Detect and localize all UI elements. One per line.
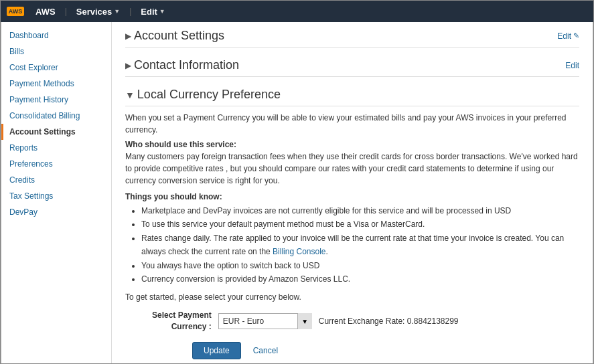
- sidebar-item-payment-history[interactable]: Payment History: [1, 92, 111, 108]
- update-button[interactable]: Update: [192, 342, 241, 359]
- services-label: Services: [76, 7, 113, 17]
- aws-logo-box: AWS: [7, 7, 25, 16]
- account-settings-section: ▶ Account Settings Edit ✎: [125, 29, 579, 48]
- account-settings-title: ▶ Account Settings: [125, 29, 224, 43]
- nav-separator2: |: [129, 7, 131, 16]
- sidebar-item-devpay[interactable]: DevPay: [1, 204, 111, 220]
- currency-arrow-icon: ▼: [125, 90, 135, 100]
- account-settings-edit-link[interactable]: Edit ✎: [557, 31, 579, 41]
- account-settings-arrow-icon: ▶: [125, 31, 131, 41]
- who-body-text: Many customers pay foreign transaction f…: [125, 151, 579, 187]
- account-settings-title-text: Account Settings: [134, 29, 224, 43]
- form-label-line2: Currency :: [152, 321, 212, 333]
- local-currency-title-text: Local Currency Preference: [137, 88, 281, 102]
- bullet-item-3: You always have the option to switch bac…: [141, 259, 579, 272]
- bullet-2-text1: Rates change daily. The rate applied to …: [141, 234, 564, 256]
- cancel-button[interactable]: Cancel: [248, 342, 283, 359]
- billing-console-link[interactable]: Billing Console: [273, 247, 325, 256]
- currency-select[interactable]: USD - US Dollar EUR - Euro GBP - British…: [218, 313, 312, 329]
- local-currency-section: ▼ Local Currency Preference When you set…: [125, 88, 579, 359]
- main-content: ▶ Account Settings Edit ✎ ▶ Contact Info…: [112, 22, 593, 364]
- bullet-2-text2: .: [326, 247, 328, 256]
- services-chevron-icon: ▼: [114, 8, 120, 15]
- contact-arrow-icon: ▶: [125, 61, 131, 70]
- account-settings-edit-label: Edit: [557, 31, 571, 41]
- local-currency-title: ▼ Local Currency Preference: [125, 88, 579, 106]
- edit-external-icon: ✎: [573, 31, 579, 40]
- sidebar-item-cost-explorer[interactable]: Cost Explorer: [1, 60, 111, 76]
- nav-separator: |: [65, 7, 67, 16]
- bullet-item-4: Currency conversion is provided by Amazo…: [141, 272, 579, 286]
- account-settings-header: ▶ Account Settings Edit ✎: [125, 29, 579, 48]
- sidebar-item-preferences[interactable]: Preferences: [1, 156, 111, 172]
- contact-info-title-text: Contact Information: [134, 58, 239, 72]
- currency-select-wrapper: USD - US Dollar EUR - Euro GBP - British…: [218, 313, 312, 329]
- sidebar-item-payment-methods[interactable]: Payment Methods: [1, 76, 111, 92]
- form-label-line1: Select Payment: [152, 310, 212, 321]
- sidebar-item-tax-settings[interactable]: Tax Settings: [1, 188, 111, 204]
- sidebar-item-dashboard[interactable]: Dashboard: [1, 27, 111, 43]
- edit-chevron-icon: ▼: [159, 8, 165, 15]
- bullet-item-0: Marketplace and DevPay invoices are not …: [141, 204, 579, 217]
- contact-info-header: ▶ Contact Information Edit: [125, 58, 579, 77]
- main-wrapper: Dashboard Bills Cost Explorer Payment Me…: [1, 22, 593, 364]
- sidebar-item-credits[interactable]: Credits: [1, 172, 111, 188]
- contact-info-edit-link[interactable]: Edit: [565, 61, 579, 70]
- aws-logo: AWS: [6, 5, 25, 17]
- sidebar-item-consolidated-billing[interactable]: Consolidated Billing: [1, 108, 111, 124]
- app-frame: AWS AWS | Services ▼ | Edit ▼ Dashboard …: [0, 0, 594, 364]
- sidebar-item-reports[interactable]: Reports: [1, 140, 111, 156]
- bullets-list: Marketplace and DevPay invoices are not …: [141, 204, 579, 286]
- currency-form: Select Payment Currency : USD - US Dolla…: [152, 310, 579, 333]
- description-text: When you set a Payment Currency you will…: [125, 112, 579, 136]
- get-started-text: To get started, please select your curre…: [125, 292, 579, 302]
- sidebar-item-account-settings[interactable]: Account Settings: [1, 124, 111, 140]
- bullet-item-1: To use this service your default payment…: [141, 217, 579, 231]
- things-text: Things you should know:: [125, 192, 579, 201]
- currency-form-label: Select Payment Currency :: [152, 310, 212, 333]
- exchange-rate-label: Current Exchange Rate: 0.8842138299: [319, 316, 459, 326]
- who-text: Who should use this service:: [125, 140, 579, 149]
- form-buttons: Update Cancel: [192, 342, 579, 359]
- edit-label: Edit: [141, 7, 157, 17]
- bullet-item-2: Rates change daily. The rate applied to …: [141, 232, 579, 259]
- top-nav: AWS AWS | Services ▼ | Edit ▼: [1, 1, 593, 22]
- contact-info-title: ▶ Contact Information: [125, 58, 239, 72]
- edit-nav-button[interactable]: Edit ▼: [135, 4, 170, 19]
- sidebar-item-bills[interactable]: Bills: [1, 43, 111, 60]
- aws-nav-button[interactable]: AWS: [30, 4, 61, 19]
- contact-info-edit-label: Edit: [565, 61, 579, 70]
- contact-info-section: ▶ Contact Information Edit: [125, 58, 579, 77]
- services-nav-button[interactable]: Services ▼: [71, 4, 125, 19]
- sidebar: Dashboard Bills Cost Explorer Payment Me…: [1, 22, 112, 364]
